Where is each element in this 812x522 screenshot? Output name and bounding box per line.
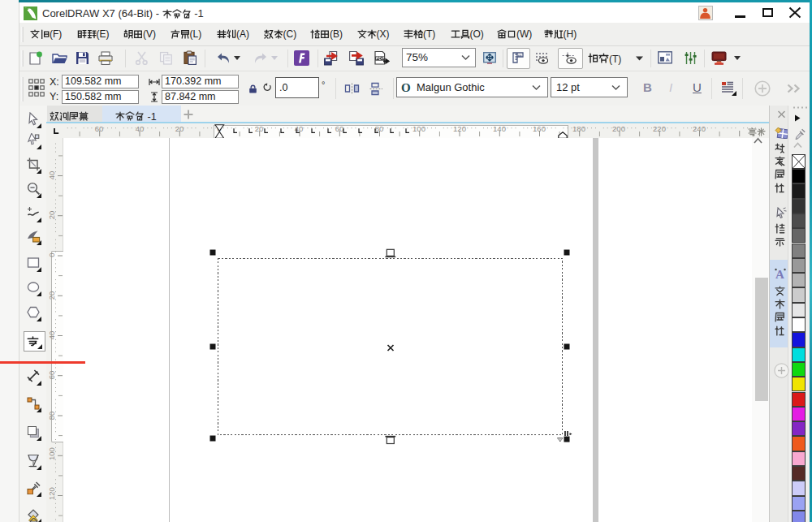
svg-text:O: O xyxy=(401,81,411,93)
svg-text:A: A xyxy=(775,268,784,281)
